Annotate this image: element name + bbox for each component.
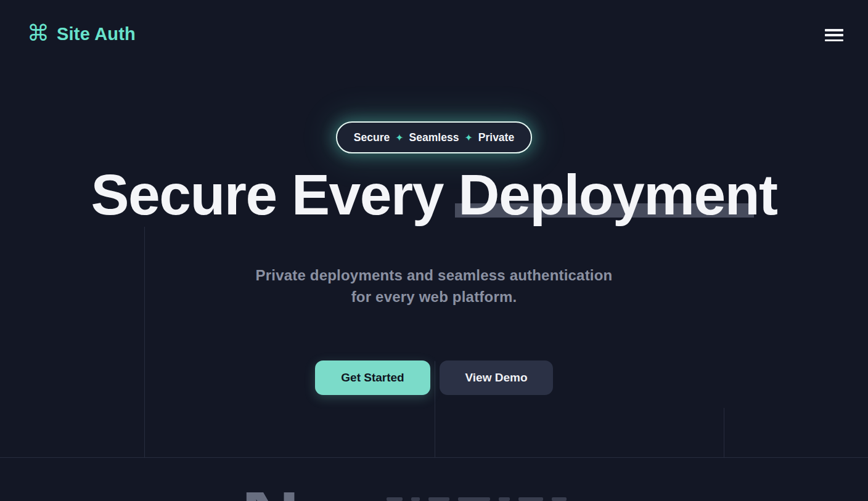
grid-line-horizontal bbox=[0, 457, 868, 458]
hero-subtitle: Private deployments and seamless authent… bbox=[0, 264, 868, 308]
feature-badge: Secure ✦ Seamless ✦ Private bbox=[336, 121, 532, 153]
get-started-button[interactable]: Get Started bbox=[315, 360, 430, 395]
partial-text-fragment bbox=[499, 497, 510, 501]
grid-line-vertical-right bbox=[724, 408, 724, 458]
partial-text-peek bbox=[387, 497, 567, 501]
badge-word: Seamless bbox=[409, 131, 459, 144]
headline-part2-highlighted: Deployment bbox=[458, 163, 777, 226]
headline-part2-text: Deployment bbox=[458, 163, 777, 227]
badge-word: Private bbox=[478, 131, 514, 144]
page-title: Secure Every Deployment bbox=[0, 163, 868, 226]
subtitle-line-2: for every web platform. bbox=[0, 286, 868, 308]
sparkle-icon: ✦ bbox=[464, 132, 472, 144]
partial-text-fragment bbox=[428, 497, 449, 501]
partial-text-fragment bbox=[552, 497, 567, 501]
partial-text-fragment bbox=[518, 497, 543, 501]
subtitle-line-1: Private deployments and seamless authent… bbox=[0, 264, 868, 286]
headline-part1: Secure Every bbox=[91, 163, 443, 227]
partial-text-fragment bbox=[387, 497, 403, 501]
sparkle-icon: ✦ bbox=[395, 132, 403, 144]
cta-button-row: Get Started View Demo bbox=[0, 360, 868, 395]
hero-section: Secure ✦ Seamless ✦ Private Secure Every… bbox=[0, 0, 868, 395]
partial-text-fragment bbox=[458, 497, 490, 501]
partial-logo-peek: N bbox=[241, 492, 303, 501]
badge-word: Secure bbox=[354, 131, 390, 144]
partial-text-fragment bbox=[411, 497, 420, 501]
partial-logo-letter: N bbox=[241, 492, 303, 501]
view-demo-button[interactable]: View Demo bbox=[440, 360, 553, 395]
